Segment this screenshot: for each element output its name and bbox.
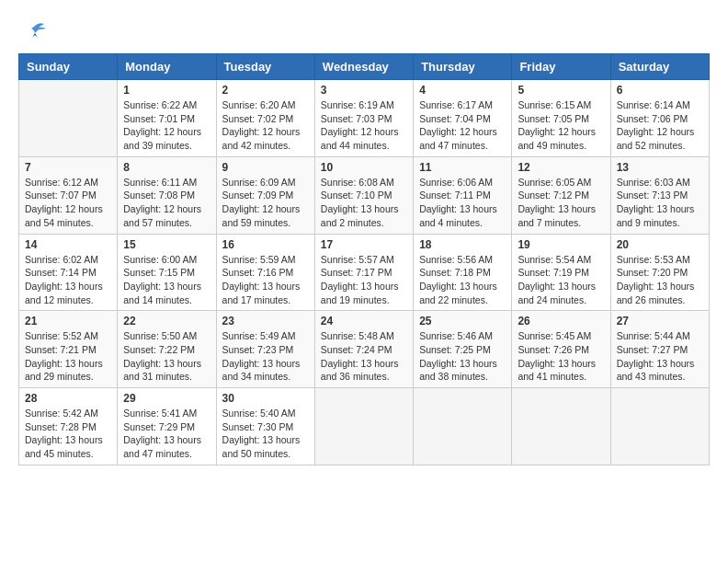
calendar-week-row: 28Sunrise: 5:42 AM Sunset: 7:28 PM Dayli…: [19, 388, 710, 465]
day-info: Sunrise: 5:49 AM Sunset: 7:23 PM Dayligh…: [222, 329, 309, 384]
day-number: 18: [419, 238, 506, 251]
calendar-cell: 30Sunrise: 5:40 AM Sunset: 7:30 PM Dayli…: [216, 388, 314, 465]
day-number: 28: [25, 392, 111, 405]
calendar-cell: 7Sunrise: 6:12 AM Sunset: 7:07 PM Daylig…: [19, 156, 118, 234]
calendar-cell: 10Sunrise: 6:08 AM Sunset: 7:10 PM Dayli…: [314, 156, 413, 234]
day-info: Sunrise: 6:08 AM Sunset: 7:10 PM Dayligh…: [321, 176, 407, 230]
day-number: 27: [617, 315, 703, 327]
day-number: 8: [123, 161, 210, 174]
day-number: 4: [419, 84, 506, 97]
day-info: Sunrise: 5:50 AM Sunset: 7:22 PM Dayligh…: [123, 329, 210, 384]
calendar-cell: [414, 388, 512, 465]
calendar-cell: [512, 388, 610, 465]
day-number: 29: [123, 392, 210, 405]
day-info: Sunrise: 5:44 AM Sunset: 7:27 PM Dayligh…: [617, 329, 703, 384]
calendar-cell: 11Sunrise: 6:06 AM Sunset: 7:11 PM Dayli…: [414, 156, 512, 234]
calendar-table: SundayMondayTuesdayWednesdayThursdayFrid…: [18, 53, 710, 465]
day-number: 3: [321, 84, 407, 97]
day-info: Sunrise: 6:00 AM Sunset: 7:15 PM Dayligh…: [123, 253, 210, 307]
calendar-cell: 28Sunrise: 5:42 AM Sunset: 7:28 PM Dayli…: [19, 388, 118, 465]
calendar-week-row: 7Sunrise: 6:12 AM Sunset: 7:07 PM Daylig…: [19, 156, 710, 234]
page-header: [18, 18, 710, 44]
day-number: 23: [222, 315, 309, 327]
day-number: 20: [617, 238, 703, 251]
day-number: 10: [321, 161, 407, 174]
day-info: Sunrise: 5:54 AM Sunset: 7:19 PM Dayligh…: [518, 253, 604, 307]
calendar-cell: 16Sunrise: 5:59 AM Sunset: 7:16 PM Dayli…: [216, 234, 314, 311]
calendar-cell: 21Sunrise: 5:52 AM Sunset: 7:21 PM Dayli…: [19, 311, 118, 388]
weekday-header-monday: Monday: [118, 54, 216, 80]
calendar-week-row: 1Sunrise: 6:22 AM Sunset: 7:01 PM Daylig…: [19, 80, 710, 157]
calendar-cell: 13Sunrise: 6:03 AM Sunset: 7:13 PM Dayli…: [610, 156, 709, 234]
day-info: Sunrise: 5:56 AM Sunset: 7:18 PM Dayligh…: [419, 253, 506, 307]
calendar-cell: [610, 388, 709, 465]
day-number: 15: [123, 238, 210, 251]
calendar-cell: 19Sunrise: 5:54 AM Sunset: 7:19 PM Dayli…: [512, 234, 610, 311]
day-number: 7: [25, 161, 111, 174]
calendar-cell: 4Sunrise: 6:17 AM Sunset: 7:04 PM Daylig…: [414, 80, 512, 157]
calendar-cell: 29Sunrise: 5:41 AM Sunset: 7:29 PM Dayli…: [118, 388, 216, 465]
day-info: Sunrise: 6:03 AM Sunset: 7:13 PM Dayligh…: [617, 176, 703, 230]
day-info: Sunrise: 5:48 AM Sunset: 7:24 PM Dayligh…: [321, 329, 407, 384]
calendar-cell: 12Sunrise: 6:05 AM Sunset: 7:12 PM Dayli…: [512, 156, 610, 234]
day-info: Sunrise: 6:11 AM Sunset: 7:08 PM Dayligh…: [123, 176, 210, 230]
day-number: 6: [617, 84, 703, 97]
calendar-cell: 20Sunrise: 5:53 AM Sunset: 7:20 PM Dayli…: [610, 234, 709, 311]
day-info: Sunrise: 5:45 AM Sunset: 7:26 PM Dayligh…: [518, 329, 604, 384]
day-number: 24: [321, 315, 407, 327]
weekday-header-tuesday: Tuesday: [216, 54, 314, 80]
day-info: Sunrise: 5:59 AM Sunset: 7:16 PM Dayligh…: [222, 253, 309, 307]
calendar-cell: 8Sunrise: 6:11 AM Sunset: 7:08 PM Daylig…: [118, 156, 216, 234]
calendar-cell: 27Sunrise: 5:44 AM Sunset: 7:27 PM Dayli…: [610, 311, 709, 388]
day-info: Sunrise: 6:20 AM Sunset: 7:02 PM Dayligh…: [222, 98, 309, 153]
day-number: 22: [123, 315, 210, 327]
calendar-cell: 2Sunrise: 6:20 AM Sunset: 7:02 PM Daylig…: [216, 80, 314, 157]
calendar-cell: 1Sunrise: 6:22 AM Sunset: 7:01 PM Daylig…: [118, 80, 216, 157]
day-info: Sunrise: 5:53 AM Sunset: 7:20 PM Dayligh…: [617, 253, 703, 307]
day-number: 26: [518, 315, 604, 327]
weekday-header-friday: Friday: [512, 54, 610, 80]
calendar-cell: 18Sunrise: 5:56 AM Sunset: 7:18 PM Dayli…: [414, 234, 512, 311]
calendar-week-row: 14Sunrise: 6:02 AM Sunset: 7:14 PM Dayli…: [19, 234, 710, 311]
day-info: Sunrise: 5:46 AM Sunset: 7:25 PM Dayligh…: [419, 329, 506, 384]
day-info: Sunrise: 6:14 AM Sunset: 7:06 PM Dayligh…: [617, 98, 703, 153]
day-number: 25: [419, 315, 506, 327]
calendar-cell: 26Sunrise: 5:45 AM Sunset: 7:26 PM Dayli…: [512, 311, 610, 388]
day-info: Sunrise: 6:09 AM Sunset: 7:09 PM Dayligh…: [222, 176, 309, 230]
calendar-cell: 24Sunrise: 5:48 AM Sunset: 7:24 PM Dayli…: [314, 311, 413, 388]
weekday-header-thursday: Thursday: [414, 54, 512, 80]
calendar-cell: 14Sunrise: 6:02 AM Sunset: 7:14 PM Dayli…: [19, 234, 118, 311]
day-number: 11: [419, 161, 506, 174]
day-info: Sunrise: 6:02 AM Sunset: 7:14 PM Dayligh…: [25, 253, 111, 307]
calendar-cell: 3Sunrise: 6:19 AM Sunset: 7:03 PM Daylig…: [314, 80, 413, 157]
calendar-cell: 25Sunrise: 5:46 AM Sunset: 7:25 PM Dayli…: [414, 311, 512, 388]
logo: [18, 18, 48, 44]
calendar-cell: 23Sunrise: 5:49 AM Sunset: 7:23 PM Dayli…: [216, 311, 314, 388]
calendar-week-row: 21Sunrise: 5:52 AM Sunset: 7:21 PM Dayli…: [19, 311, 710, 388]
calendar-cell: 6Sunrise: 6:14 AM Sunset: 7:06 PM Daylig…: [610, 80, 709, 157]
day-number: 16: [222, 238, 309, 251]
weekday-header-saturday: Saturday: [610, 54, 709, 80]
calendar-cell: 5Sunrise: 6:15 AM Sunset: 7:05 PM Daylig…: [512, 80, 610, 157]
logo-bird-icon: [22, 18, 48, 44]
day-number: 17: [321, 238, 407, 251]
day-info: Sunrise: 5:41 AM Sunset: 7:29 PM Dayligh…: [123, 407, 210, 461]
calendar-cell: [19, 80, 118, 157]
weekday-header-wednesday: Wednesday: [314, 54, 413, 80]
day-number: 21: [25, 315, 111, 327]
day-info: Sunrise: 5:40 AM Sunset: 7:30 PM Dayligh…: [222, 407, 309, 461]
weekday-header-sunday: Sunday: [19, 54, 118, 80]
day-number: 30: [222, 392, 309, 405]
day-info: Sunrise: 6:15 AM Sunset: 7:05 PM Dayligh…: [518, 98, 604, 153]
weekday-header-row: SundayMondayTuesdayWednesdayThursdayFrid…: [19, 54, 710, 80]
calendar-cell: 9Sunrise: 6:09 AM Sunset: 7:09 PM Daylig…: [216, 156, 314, 234]
calendar-cell: 15Sunrise: 6:00 AM Sunset: 7:15 PM Dayli…: [118, 234, 216, 311]
day-number: 13: [617, 161, 703, 174]
day-info: Sunrise: 5:57 AM Sunset: 7:17 PM Dayligh…: [321, 253, 407, 307]
day-number: 12: [518, 161, 604, 174]
day-number: 14: [25, 238, 111, 251]
calendar-cell: 17Sunrise: 5:57 AM Sunset: 7:17 PM Dayli…: [314, 234, 413, 311]
day-number: 19: [518, 238, 604, 251]
day-number: 1: [123, 84, 210, 97]
day-info: Sunrise: 6:05 AM Sunset: 7:12 PM Dayligh…: [518, 176, 604, 230]
